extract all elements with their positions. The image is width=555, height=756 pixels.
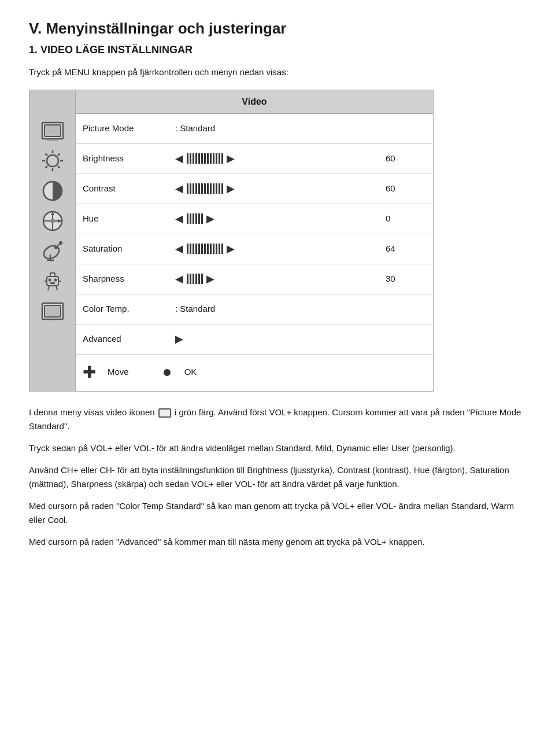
svg-line-37 xyxy=(56,286,57,290)
brightness-arrow-left: ◀ xyxy=(175,151,183,167)
saturation-icon xyxy=(39,236,66,266)
move-label: Move xyxy=(108,366,129,379)
menu-row-brightness: Brightness ◀ ▶ xyxy=(76,144,433,174)
picture-mode-label: Picture Mode xyxy=(83,122,175,135)
icon-column xyxy=(29,90,76,391)
brightness-value: 60 xyxy=(380,152,426,165)
move-ok-row: ✚ Move OK xyxy=(76,355,433,390)
advanced-arrow-right: ▶ xyxy=(175,331,183,347)
ok-dot-icon xyxy=(164,369,171,376)
sharpness-arrow-left: ◀ xyxy=(175,271,183,287)
svg-point-33 xyxy=(51,272,53,274)
svg-line-9 xyxy=(58,166,60,168)
menu-header: Video xyxy=(76,90,433,114)
svg-line-36 xyxy=(48,286,49,290)
advanced-bar: ▶ xyxy=(175,331,426,347)
svg-rect-39 xyxy=(45,305,61,317)
menu-table: Video Picture Mode : Standard Brightness… xyxy=(29,90,434,392)
intro-text: Tryck på MENU knappen på fjärrkontrollen… xyxy=(29,66,526,79)
sharpness-label: Sharpness xyxy=(83,272,175,286)
sharpness-bar: ◀ ▶ xyxy=(175,271,380,287)
saturation-arrow-right: ▶ xyxy=(227,241,235,257)
saturation-ticks xyxy=(187,244,223,254)
contrast-ticks xyxy=(187,183,223,194)
move-crosshair-icon: ✚ xyxy=(83,360,96,385)
chapter-title: V. Menyinställningar och justeringar xyxy=(29,17,526,40)
body-para-5: Med cursorn på raden "Advanced" så komme… xyxy=(29,535,526,549)
hue-arrow-left: ◀ xyxy=(175,211,183,227)
hue-ticks xyxy=(187,213,203,224)
picture-mode-value: : Standard xyxy=(175,122,426,135)
svg-line-8 xyxy=(45,153,47,156)
video-inline-icon xyxy=(158,408,171,418)
menu-row-advanced: Advanced ▶ xyxy=(76,324,433,355)
hue-value: 0 xyxy=(380,212,426,226)
color-temp-label: Color Temp. xyxy=(83,303,175,316)
menu-row-saturation: Saturation ◀ ▶ xyxy=(76,234,433,264)
svg-rect-2 xyxy=(47,139,58,141)
brightness-label: Brightness xyxy=(83,152,175,165)
saturation-label: Saturation xyxy=(83,242,175,256)
body-para-1: I denna meny visas video ikonen i grön f… xyxy=(29,405,526,433)
svg-rect-28 xyxy=(47,276,58,286)
brightness-ticks xyxy=(187,153,223,164)
svg-line-11 xyxy=(45,166,47,168)
saturation-bar: ◀ ▶ xyxy=(175,241,380,257)
svg-line-10 xyxy=(58,153,60,156)
sharpness-ticks xyxy=(187,274,203,284)
body-para-3: Använd CH+ eller CH- för att byta instäl… xyxy=(29,463,526,491)
menu-row-sharpness: Sharpness ◀ ▶ 30 xyxy=(76,264,433,294)
svg-point-15 xyxy=(50,219,55,223)
advanced-label: Advanced xyxy=(83,333,175,346)
brightness-arrow-right: ▶ xyxy=(227,151,235,167)
hue-arrow-right: ▶ xyxy=(206,211,214,227)
ok-label: OK xyxy=(184,366,197,379)
saturation-arrow-left: ◀ xyxy=(175,241,183,257)
svg-point-3 xyxy=(47,155,58,167)
menu-row-hue: Hue ◀ ▶ 0 xyxy=(76,204,433,234)
contrast-value: 60 xyxy=(380,182,426,196)
color-temp-icon xyxy=(39,296,66,326)
svg-point-29 xyxy=(48,278,51,281)
brightness-icon xyxy=(39,146,66,176)
saturation-value: 64 xyxy=(380,242,426,256)
section-title: 1. VIDEO LÄGE INSTÄLLNINGAR xyxy=(29,42,526,58)
hue-icon xyxy=(39,206,66,236)
contrast-arrow-left: ◀ xyxy=(175,181,183,197)
menu-column: Video Picture Mode : Standard Brightness… xyxy=(76,90,433,391)
body-para-2: Tryck sedan på VOL+ eller VOL- för att ä… xyxy=(29,441,526,455)
menu-row-color-temp: Color Temp. : Standard xyxy=(76,294,433,324)
svg-point-25 xyxy=(59,241,62,245)
hue-label: Hue xyxy=(83,212,175,226)
brightness-bar: ◀ ▶ xyxy=(175,151,380,167)
sharpness-icon xyxy=(39,266,66,296)
sharpness-arrow-right: ▶ xyxy=(206,271,214,287)
body-para-4: Med cursorn på raden "Color Temp Standar… xyxy=(29,499,526,527)
color-temp-value: : Standard xyxy=(175,303,426,316)
contrast-icon xyxy=(39,176,66,206)
menu-row-picture-mode: Picture Mode : Standard xyxy=(76,114,433,144)
picture-mode-icon xyxy=(39,116,66,146)
contrast-arrow-right: ▶ xyxy=(227,181,235,197)
contrast-label: Contrast xyxy=(83,182,175,196)
contrast-bar: ◀ ▶ xyxy=(175,181,380,197)
svg-point-30 xyxy=(54,278,57,281)
svg-rect-1 xyxy=(45,125,61,137)
menu-row-contrast: Contrast ◀ ▶ xyxy=(76,174,433,204)
sharpness-value: 30 xyxy=(380,272,426,286)
svg-rect-31 xyxy=(50,282,55,284)
hue-bar: ◀ ▶ xyxy=(175,211,380,227)
